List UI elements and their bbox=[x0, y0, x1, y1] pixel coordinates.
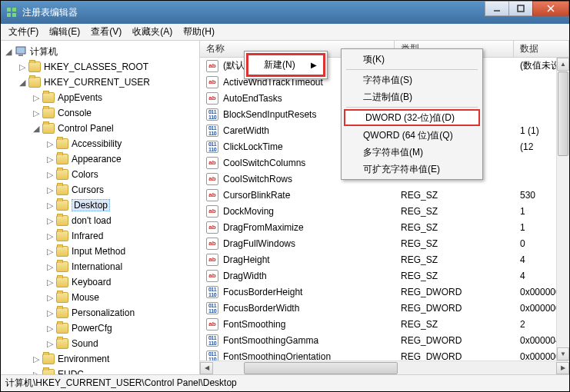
scroll-thumb[interactable] bbox=[558, 71, 568, 156]
tree-item[interactable]: Accessibility bbox=[72, 138, 122, 149]
value-name: FocusBorderHeight bbox=[223, 287, 302, 297]
value-name: CaretWidth bbox=[223, 125, 269, 136]
scroll-thumb[interactable] bbox=[244, 362, 398, 374]
tree-item[interactable]: Sound bbox=[72, 338, 98, 349]
tree-item[interactable]: Infrared bbox=[72, 231, 103, 241]
expand-icon[interactable]: ▷ bbox=[18, 62, 27, 72]
binary-value-icon: 011110 bbox=[206, 302, 218, 314]
tree-item[interactable]: Input Method bbox=[72, 246, 125, 257]
menu-item[interactable]: DWORD (32-位)值(D) bbox=[344, 109, 480, 126]
tree-item[interactable]: Colors bbox=[72, 169, 98, 180]
maximize-button[interactable] bbox=[508, 1, 533, 16]
expand-icon[interactable]: ▷ bbox=[45, 231, 55, 241]
table-row[interactable]: abDragFromMaximizeREG_SZ1 bbox=[200, 219, 569, 235]
expand-icon[interactable]: ▷ bbox=[45, 262, 55, 272]
tree-item[interactable]: Mouse bbox=[72, 292, 99, 303]
string-value-icon: ab bbox=[206, 60, 218, 72]
tree-root[interactable]: 计算机 bbox=[30, 45, 58, 58]
menu-item[interactable]: 二进制值(B) bbox=[343, 88, 481, 105]
collapse-icon[interactable]: ◢ bbox=[4, 47, 13, 57]
table-row[interactable]: abFontSmoothingREG_SZ2 bbox=[200, 316, 569, 332]
scroll-up-button[interactable]: ▲ bbox=[557, 58, 569, 71]
menu-item[interactable]: 可扩充字符串值(E) bbox=[343, 161, 481, 178]
expand-icon[interactable]: ▷ bbox=[45, 216, 55, 226]
table-row[interactable]: abDragFullWindowsREG_SZ0 bbox=[200, 235, 569, 251]
table-row[interactable]: abDockMovingREG_SZ1 bbox=[200, 203, 569, 219]
expand-icon[interactable]: ▷ bbox=[45, 277, 55, 287]
value-name: ClickLockTime bbox=[223, 141, 283, 152]
expand-icon[interactable]: ▷ bbox=[45, 324, 55, 334]
table-row[interactable]: 011110FocusBorderHeightREG_DWORD0x000000… bbox=[200, 284, 569, 300]
expand-icon[interactable]: ▷ bbox=[45, 154, 55, 164]
scroll-left-button[interactable]: ◀ bbox=[200, 362, 213, 374]
table-row[interactable]: 011110FocusBorderWidthREG_DWORD0x0000000… bbox=[200, 300, 569, 316]
expand-icon[interactable]: ▷ bbox=[45, 201, 55, 211]
expand-icon[interactable]: ▷ bbox=[32, 108, 41, 118]
menu-help[interactable]: 帮助(H) bbox=[178, 24, 219, 40]
tree-eudc[interactable]: EUDC bbox=[58, 369, 84, 374]
menu-item[interactable]: QWORD (64 位)值(Q) bbox=[343, 127, 481, 144]
scroll-down-button[interactable]: ▼ bbox=[557, 347, 569, 360]
value-name: CoolSwitchRows bbox=[223, 174, 292, 184]
table-row[interactable]: 011110FontSmoothingOrientationREG_DWORD0… bbox=[200, 348, 569, 360]
tree-item[interactable]: don't load bbox=[72, 215, 112, 226]
table-row[interactable]: abDragHeightREG_SZ4 bbox=[200, 251, 569, 267]
menu-new[interactable]: 新建(N) ▶ bbox=[246, 53, 325, 77]
menu-file[interactable]: 文件(F) bbox=[4, 24, 43, 40]
expand-icon[interactable]: ▷ bbox=[45, 185, 55, 195]
window-title: 注册表编辑器 bbox=[22, 6, 78, 19]
table-row[interactable]: abDragWidthREG_SZ4 bbox=[200, 267, 569, 284]
menu-edit[interactable]: 编辑(E) bbox=[45, 24, 85, 40]
tree-item[interactable]: AppEvents bbox=[58, 92, 102, 103]
collapse-icon[interactable]: ◢ bbox=[32, 124, 41, 134]
expand-icon[interactable]: ▷ bbox=[32, 354, 41, 364]
folder-icon bbox=[56, 307, 68, 318]
context-submenu-new: 项(K)字符串值(S)二进制值(B)DWORD (32-位)值(D)QWORD … bbox=[341, 48, 483, 180]
tree-item[interactable]: Desktop bbox=[72, 199, 110, 211]
tree-item[interactable]: Control Panel bbox=[58, 123, 114, 134]
close-button[interactable] bbox=[532, 1, 569, 16]
folder-icon bbox=[56, 200, 68, 211]
col-data[interactable]: 数据 bbox=[514, 41, 569, 57]
string-value-icon: ab bbox=[206, 254, 218, 266]
expand-icon[interactable]: ▷ bbox=[45, 293, 55, 303]
folder-icon bbox=[56, 154, 68, 164]
menu-favorites[interactable]: 收藏夹(A) bbox=[128, 24, 177, 40]
tree-env[interactable]: Environment bbox=[58, 354, 109, 364]
table-row[interactable]: 011110FontSmoothingGammaREG_DWORD0x00000… bbox=[200, 332, 569, 348]
expand-icon[interactable]: ▷ bbox=[45, 139, 55, 149]
menu-item[interactable]: 字符串值(S) bbox=[343, 71, 481, 88]
value-name: DockMoving bbox=[223, 206, 274, 217]
expand-icon[interactable]: ▷ bbox=[32, 370, 41, 375]
tree-item[interactable]: Appearance bbox=[72, 154, 122, 164]
string-value-icon: ab bbox=[206, 270, 218, 282]
tree-item[interactable]: PowerCfg bbox=[72, 323, 112, 334]
tree-item[interactable]: International bbox=[72, 261, 122, 272]
expand-icon[interactable]: ▷ bbox=[45, 170, 55, 180]
folder-icon bbox=[56, 215, 68, 226]
menu-item[interactable]: 多字符串值(M) bbox=[343, 144, 481, 161]
svg-rect-8 bbox=[16, 47, 25, 54]
expand-icon[interactable]: ▷ bbox=[45, 339, 55, 349]
scroll-right-button[interactable]: ▶ bbox=[556, 362, 569, 374]
expand-icon[interactable]: ▷ bbox=[45, 247, 55, 257]
tree-item[interactable]: Personalization bbox=[72, 307, 135, 318]
table-row[interactable]: abCursorBlinkRateREG_SZ530 bbox=[200, 187, 569, 203]
value-name: CursorBlinkRate bbox=[223, 190, 290, 201]
string-value-icon: ab bbox=[206, 173, 218, 185]
collapse-icon[interactable]: ◢ bbox=[18, 78, 27, 88]
vertical-scrollbar[interactable]: ▲ ▼ bbox=[556, 58, 569, 360]
menu-view[interactable]: 查看(V) bbox=[86, 24, 126, 40]
string-value-icon: ab bbox=[206, 205, 218, 218]
tree-item[interactable]: Cursors bbox=[72, 184, 104, 195]
tree-item[interactable]: Keyboard bbox=[72, 277, 111, 287]
expand-icon[interactable]: ▷ bbox=[32, 93, 41, 103]
menu-item[interactable]: 项(K) bbox=[343, 51, 481, 68]
tree-view[interactable]: ◢ 计算机 ▷ HKEY_CLASSES_ROOT ◢ HKEY_CURRENT… bbox=[1, 41, 200, 374]
tree-item[interactable]: Console bbox=[58, 108, 92, 118]
tree-hkcu[interactable]: HKEY_CURRENT_USER bbox=[44, 77, 150, 88]
minimize-button[interactable] bbox=[485, 1, 509, 16]
tree-hkcr[interactable]: HKEY_CLASSES_ROOT bbox=[44, 61, 148, 72]
horizontal-scrollbar[interactable]: ◀ ▶ bbox=[200, 360, 569, 374]
expand-icon[interactable]: ▷ bbox=[45, 308, 55, 318]
